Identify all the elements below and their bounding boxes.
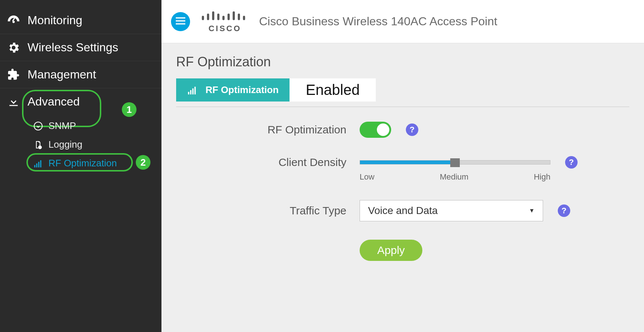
rf-optimization-toggle[interactable] xyxy=(360,122,391,138)
select-value: Voice and Data xyxy=(368,205,438,217)
form-label-client-density: Client Density xyxy=(176,156,360,169)
section-title: RF Optimization xyxy=(176,54,629,70)
help-icon[interactable]: ? xyxy=(406,123,418,136)
download-icon xyxy=(6,96,22,108)
sidebar-subitem-rf-optimization[interactable]: RF Optimization 2 xyxy=(0,154,161,173)
status-value: Enabled xyxy=(290,78,376,102)
status-chip: RF Optimization xyxy=(176,78,290,102)
sidebar-item-management[interactable]: Management xyxy=(0,61,161,88)
svg-rect-8 xyxy=(176,20,185,21)
callout-badge-2: 2 xyxy=(136,155,150,170)
header: CISCO Cisco Business Wireless 140AC Acce… xyxy=(161,0,644,43)
puzzle-icon xyxy=(6,68,22,81)
sidebar-subitem-logging[interactable]: Logging xyxy=(0,135,161,154)
slider-fill xyxy=(360,161,455,164)
sidebar-item-label: Wireless Settings xyxy=(28,41,118,54)
content: RF Optimization RF Optimization Enabled … xyxy=(161,43,644,332)
sidebar-subitem-snmp[interactable]: SNMP xyxy=(0,117,161,135)
svg-rect-10 xyxy=(202,16,204,20)
dashboard-icon xyxy=(6,13,22,27)
sidebar-item-wireless-settings[interactable]: Wireless Settings xyxy=(0,34,161,61)
slider-ticks: Low Medium High xyxy=(360,172,550,182)
slider-handle[interactable] xyxy=(450,158,460,167)
svg-rect-20 xyxy=(190,90,192,95)
product-title: Cisco Business Wireless 140AC Access Poi… xyxy=(259,15,497,28)
document-clock-icon xyxy=(32,140,44,149)
cisco-logo-text: CISCO xyxy=(208,24,241,33)
arrow-down-circle-icon xyxy=(32,122,44,130)
svg-rect-17 xyxy=(238,14,240,20)
form-row-client-density: Client Density ? Low Medium xyxy=(176,156,629,182)
svg-rect-22 xyxy=(194,86,196,94)
apply-row: Apply xyxy=(176,240,629,261)
sidebar-item-advanced[interactable]: Advanced 1 xyxy=(0,88,161,115)
apply-button[interactable]: Apply xyxy=(360,240,422,261)
advanced-sub-items: SNMP Logging RF Optimization 2 xyxy=(0,115,161,176)
signal-bars-icon xyxy=(187,85,200,95)
svg-rect-19 xyxy=(188,92,189,94)
sidebar-item-label: Monitoring xyxy=(28,14,82,27)
client-density-slider[interactable] xyxy=(360,160,550,165)
form-row-traffic-type: Traffic Type Voice and Data ▼ ? xyxy=(176,200,629,221)
svg-rect-3 xyxy=(34,165,35,167)
svg-point-2 xyxy=(34,122,42,130)
svg-rect-16 xyxy=(233,11,235,20)
status-row: RF Optimization Enabled xyxy=(176,78,629,102)
divider xyxy=(176,107,629,107)
slider-tick-medium: Medium xyxy=(440,172,468,182)
signal-bars-icon xyxy=(32,159,44,168)
traffic-type-select[interactable]: Voice and Data ▼ xyxy=(360,200,543,221)
svg-rect-5 xyxy=(38,162,39,167)
svg-rect-18 xyxy=(243,16,245,20)
callout-badge-1: 1 xyxy=(122,102,137,117)
help-icon[interactable]: ? xyxy=(558,204,570,217)
svg-rect-14 xyxy=(222,16,225,20)
cisco-logo: CISCO xyxy=(201,10,249,33)
form-label-traffic-type: Traffic Type xyxy=(176,204,360,217)
hamburger-icon xyxy=(176,17,185,26)
form-row-rf-toggle: RF Optimization ? xyxy=(176,122,629,138)
svg-rect-9 xyxy=(176,23,185,24)
sidebar-item-label: Advanced xyxy=(28,95,80,108)
svg-rect-13 xyxy=(217,14,219,20)
sidebar-subitem-label: RF Optimization xyxy=(48,158,117,169)
help-icon[interactable]: ? xyxy=(565,156,578,169)
chevron-down-icon: ▼ xyxy=(529,207,535,214)
gear-icon xyxy=(6,41,22,54)
svg-rect-6 xyxy=(40,160,41,167)
hamburger-button[interactable] xyxy=(171,12,190,31)
sidebar-subitem-label: SNMP xyxy=(48,120,76,132)
sidebar-item-monitoring[interactable]: Monitoring xyxy=(0,7,161,34)
status-chip-label: RF Optimization xyxy=(205,84,279,96)
slider-tick-high: High xyxy=(534,172,550,182)
sidebar-item-label: Management xyxy=(28,68,96,81)
sidebar-subitem-label: Logging xyxy=(48,139,83,150)
svg-rect-11 xyxy=(207,14,209,20)
sidebar: Monitoring Wireless Settings Management … xyxy=(0,0,161,332)
svg-rect-4 xyxy=(36,163,37,167)
toggle-knob xyxy=(377,123,389,136)
cisco-bars-icon xyxy=(201,10,249,23)
svg-rect-7 xyxy=(176,17,185,18)
form-label-rf: RF Optimization xyxy=(176,123,360,136)
slider-tick-low: Low xyxy=(360,172,374,182)
svg-rect-21 xyxy=(192,88,194,94)
svg-rect-15 xyxy=(228,14,230,20)
svg-rect-12 xyxy=(212,11,214,20)
